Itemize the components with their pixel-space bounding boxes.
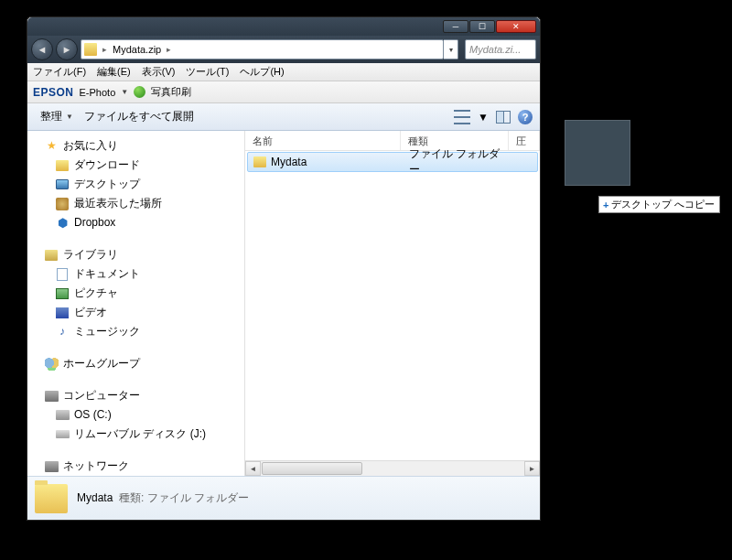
chevron-right-icon: ▸ — [165, 45, 173, 54]
sidebar-label: リムーバブル ディスク (J:) — [74, 426, 206, 442]
extract-label: ファイルをすべて展開 — [84, 109, 194, 124]
menu-tools[interactable]: ツール(T) — [186, 65, 229, 79]
sidebar-recent[interactable]: 最近表示した場所 — [27, 194, 244, 213]
sidebar-label: コンピューター — [63, 388, 140, 404]
epson-ephoto[interactable]: E-Photo — [80, 87, 116, 98]
menu-help[interactable]: ヘルプ(H) — [240, 65, 284, 79]
drag-tip-text: デスクトップ へコピー — [611, 198, 715, 211]
drive-icon — [56, 410, 70, 420]
sidebar-homegroup[interactable]: ホームグループ — [27, 354, 244, 373]
back-button[interactable]: ◄ — [31, 38, 53, 60]
epson-print[interactable]: 写真印刷 — [151, 85, 191, 99]
extract-all-button[interactable]: ファイルをすべて展開 — [79, 107, 199, 126]
chevron-down-icon[interactable]: ▼ — [478, 111, 489, 124]
epson-toolbar: EPSON E-Photo ▼ 写真印刷 — [27, 81, 540, 103]
drag-ghost — [565, 120, 630, 186]
recent-icon — [56, 198, 69, 210]
chevron-down-icon[interactable]: ▼ — [121, 88, 128, 96]
removable-icon — [56, 430, 70, 438]
menu-edit[interactable]: 編集(E) — [97, 65, 131, 79]
list-empty-area[interactable] — [245, 173, 540, 460]
view-options-button[interactable] — [454, 110, 470, 124]
sidebar-music[interactable]: ♪ミュージック — [27, 322, 244, 341]
menu-view[interactable]: 表示(V) — [142, 65, 176, 79]
homegroup-icon — [45, 358, 59, 371]
sidebar-downloads[interactable]: ダウンロード — [27, 156, 244, 175]
dropbox-icon: ⬢ — [55, 216, 70, 231]
sidebar-label: ホームグループ — [63, 356, 140, 372]
sidebar-label: ネットワーク — [63, 458, 129, 474]
maximize-button[interactable]: ☐ — [469, 20, 495, 33]
video-icon — [56, 307, 69, 318]
folder-icon — [56, 160, 69, 171]
titlebar[interactable]: ─ ☐ ✕ — [27, 17, 540, 36]
sidebar-label: Dropbox — [74, 215, 115, 231]
picture-icon — [56, 288, 69, 299]
chevron-down-icon: ▼ — [66, 113, 73, 121]
sidebar-label: ビデオ — [74, 305, 107, 320]
organize-label: 整理 — [40, 109, 62, 124]
sidebar-dropbox[interactable]: ⬢Dropbox — [27, 213, 244, 232]
list-item[interactable]: Mydata ファイル フォルダー — [247, 152, 538, 172]
search-input[interactable]: Mydata.zi... — [465, 39, 536, 59]
sidebar-drive-c[interactable]: OS (C:) — [27, 405, 244, 425]
navigation-pane: ★お気に入り ダウンロード デスクトップ 最近表示した場所 ⬢Dropbox ラ… — [27, 131, 245, 476]
epson-print-icon — [134, 86, 145, 98]
sidebar-pictures[interactable]: ピクチャ — [27, 284, 244, 303]
nav-toolbar: ◄ ► ▸ Mydata.zip ▸ ▾ Mydata.zi... — [27, 36, 540, 63]
sidebar-videos[interactable]: ビデオ — [27, 303, 244, 322]
sidebar-label: ダウンロード — [74, 157, 140, 173]
organize-button[interactable]: 整理 ▼ — [35, 107, 79, 126]
details-name: Mydata — [77, 491, 113, 504]
close-button[interactable]: ✕ — [496, 20, 536, 33]
sidebar-label: OS (C:) — [74, 407, 112, 423]
sidebar-desktop[interactable]: デスクトップ — [27, 175, 244, 194]
sidebar-label: デスクトップ — [74, 177, 140, 192]
library-icon — [45, 250, 58, 261]
sidebar-label: ミュージック — [74, 324, 140, 339]
address-dropdown[interactable]: ▾ — [444, 39, 458, 59]
forward-button[interactable]: ► — [56, 38, 78, 60]
help-icon[interactable]: ? — [518, 110, 533, 124]
sidebar-favorites[interactable]: ★お気に入り — [27, 136, 244, 156]
sidebar-computer[interactable]: コンピューター — [27, 386, 244, 405]
star-icon: ★ — [44, 139, 59, 154]
sidebar-libraries[interactable]: ライブラリ — [27, 245, 244, 264]
preview-pane-button[interactable] — [496, 111, 511, 124]
sidebar-removable-j[interactable]: リムーバブル ディスク (J:) — [27, 425, 244, 444]
drag-tooltip: + デスクトップ へコピー — [598, 196, 720, 213]
sidebar-network[interactable]: ネットワーク — [27, 457, 244, 476]
item-name: Mydata — [271, 156, 307, 168]
scroll-right-button[interactable]: ► — [524, 461, 540, 476]
column-name[interactable]: 名前 — [245, 131, 401, 150]
folder-icon — [84, 43, 97, 56]
network-icon — [45, 461, 59, 472]
sidebar-label: ドキュメント — [74, 266, 140, 282]
explorer-window: ─ ☐ ✕ ◄ ► ▸ Mydata.zip ▸ ▾ Mydata.zi... … — [27, 16, 541, 521]
epson-logo: EPSON — [33, 86, 74, 99]
folder-icon — [253, 156, 266, 167]
menu-file[interactable]: ファイル(F) — [33, 65, 86, 79]
explorer-body: ★お気に入り ダウンロード デスクトップ 最近表示した場所 ⬢Dropbox ラ… — [27, 131, 540, 476]
details-type: ファイル フォルダー — [147, 491, 249, 504]
details-type-label: 種類: — [119, 491, 144, 504]
document-icon — [57, 268, 68, 281]
search-placeholder: Mydata.zi... — [469, 44, 521, 55]
minimize-button[interactable]: ─ — [443, 20, 468, 33]
file-list: 名前 種類 圧 Mydata ファイル フォルダー ◄ ► — [245, 131, 540, 476]
chevron-right-icon: ▸ — [101, 45, 109, 54]
address-bar[interactable]: ▸ Mydata.zip ▸ — [81, 39, 444, 59]
sidebar-documents[interactable]: ドキュメント — [27, 264, 244, 284]
computer-icon — [45, 391, 59, 402]
horizontal-scrollbar[interactable]: ◄ ► — [245, 460, 540, 476]
sidebar-label: ピクチャ — [74, 285, 118, 301]
folder-icon — [35, 484, 68, 513]
column-compressed[interactable]: 圧 — [509, 131, 540, 150]
desktop-icon — [56, 179, 69, 189]
details-pane: Mydata 種類: ファイル フォルダー — [27, 476, 540, 520]
plus-icon: + — [603, 199, 608, 210]
address-path: Mydata.zip — [113, 44, 161, 55]
sidebar-label: ライブラリ — [63, 247, 118, 263]
scroll-left-button[interactable]: ◄ — [245, 461, 261, 476]
scroll-thumb[interactable] — [262, 462, 362, 475]
